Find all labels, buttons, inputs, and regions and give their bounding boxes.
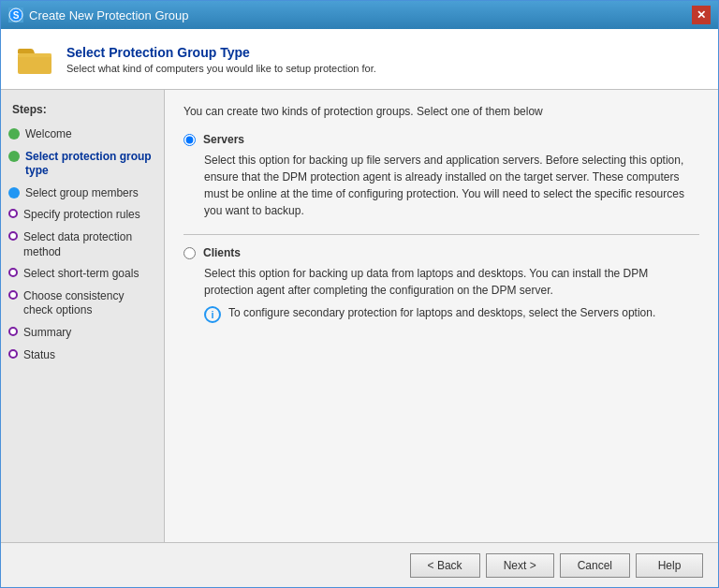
cancel-button[interactable]: Cancel [560,553,630,578]
sidebar-item-select-group-type[interactable]: Select protection group type [1,146,164,183]
sidebar-label-status: Status [23,348,55,363]
svg-rect-3 [18,53,51,57]
dot-summary [8,327,18,336]
servers-option-row: Servers [183,133,699,146]
info-text: To configure secondary protection for la… [228,306,655,319]
title-bar-left: S Create New Protection Group [8,7,189,22]
header-text: Select Protection Group Type Select what… [66,45,376,74]
close-button[interactable]: ✕ [692,6,711,24]
steps-label: Steps: [1,99,164,124]
clients-label[interactable]: Clients [203,246,241,259]
svg-text:S: S [13,10,20,21]
sidebar-label-summary: Summary [23,326,71,341]
sidebar-item-status[interactable]: Status [1,345,164,367]
sidebar-item-choose-consistency-check-options[interactable]: Choose consistency check options [1,286,164,322]
clients-description: Select this option for backing up data f… [204,265,699,299]
dot-choose-consistency-check-options [8,290,18,300]
header-section: Select Protection Group Type Select what… [1,29,718,90]
footer: < Back Next > Cancel Help [1,542,718,587]
page-subtitle: Select what kind of computers you would … [66,63,376,74]
info-box: i To configure secondary protection for … [204,306,699,323]
sidebar: Steps: Welcome Select protection group t… [1,90,165,542]
app-icon: S [8,7,23,22]
sidebar-item-select-group-members[interactable]: Select group members [1,183,164,205]
servers-description: Select this option for backing up file s… [204,152,699,219]
header-icon [16,40,53,78]
main-content: Steps: Welcome Select protection group t… [1,90,718,542]
info-icon: i [204,306,221,323]
sidebar-label-select-short-term-goals: Select short-term goals [23,267,139,282]
sidebar-label-select-group-members: Select group members [25,186,139,201]
dot-status [8,349,18,359]
options-divider [183,234,699,235]
title-bar: S Create New Protection Group ✕ [1,1,718,29]
next-button[interactable]: Next > [486,553,554,578]
sidebar-label-choose-consistency-check-options: Choose consistency check options [23,289,156,318]
dot-select-short-term-goals [8,268,18,277]
sidebar-item-select-data-protection-method[interactable]: Select data protection method [1,227,164,263]
sidebar-label-welcome: Welcome [25,127,72,142]
back-button[interactable]: < Back [410,553,480,578]
servers-radio[interactable] [183,134,196,146]
clients-option-block: Clients Select this option for backing u… [183,246,699,323]
window-title: Create New Protection Group [29,8,189,22]
sidebar-label-specify-protection-rules: Specify protection rules [23,208,140,223]
page-title: Select Protection Group Type [66,45,376,60]
dot-select-group-members [8,187,20,198]
clients-option-row: Clients [183,246,699,259]
sidebar-item-summary[interactable]: Summary [1,322,164,345]
sidebar-label-select-data-protection-method: Select data protection method [23,230,156,259]
sidebar-item-welcome[interactable]: Welcome [1,124,164,146]
sidebar-item-specify-protection-rules[interactable]: Specify protection rules [1,204,164,227]
content-area: You can create two kinds of protection g… [165,90,718,542]
sidebar-label-select-group-type: Select protection group type [25,150,156,179]
clients-radio[interactable] [183,247,196,259]
dot-select-data-protection-method [8,231,18,241]
servers-label[interactable]: Servers [203,133,244,146]
dot-select-group-type [8,151,20,162]
main-window: S Create New Protection Group ✕ Select P… [0,0,719,588]
content-intro: You can create two kinds of protection g… [183,105,699,118]
sidebar-item-select-short-term-goals[interactable]: Select short-term goals [1,263,164,286]
help-button[interactable]: Help [636,553,703,578]
dot-specify-protection-rules [8,209,18,218]
dot-welcome [8,128,20,140]
servers-option-block: Servers Select this option for backing u… [183,133,699,219]
